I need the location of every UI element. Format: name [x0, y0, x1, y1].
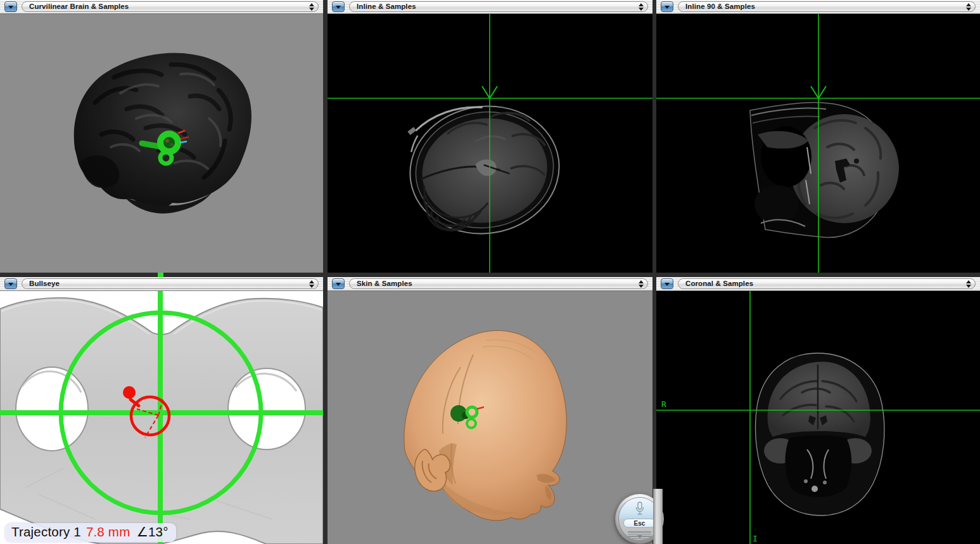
view-select-dropdown[interactable]: Skin & Samples [349, 278, 648, 289]
dropdown-arrow-icon [665, 6, 670, 9]
view-stepper[interactable] [637, 3, 646, 11]
coronal-mri-canvas: R I [656, 291, 980, 544]
view-menu-button[interactable] [332, 278, 345, 289]
coronal-slice [756, 353, 884, 515]
view-select-dropdown[interactable]: Coronal & Samples [678, 278, 976, 289]
brain-render-canvas [0, 14, 323, 273]
stepper-up-icon [639, 280, 644, 283]
viewport-titlebar: Coronal & Samples [656, 277, 980, 291]
view-menu-button[interactable] [4, 278, 17, 289]
stepper-down-icon [639, 8, 644, 11]
stepper-up-icon [966, 3, 971, 6]
view-menu-button[interactable] [661, 1, 673, 12]
esc-key-label: Esc [634, 520, 646, 527]
skin-3d-render[interactable] [328, 291, 652, 544]
view-menu-button[interactable] [661, 278, 673, 289]
view-select-dropdown[interactable]: Bullseye [22, 278, 319, 289]
orientation-label-right: R [661, 399, 666, 409]
view-stepper[interactable] [964, 280, 973, 288]
trajectory-depth: 7.8 mm [81, 524, 133, 539]
view-title: Coronal & Samples [685, 279, 964, 288]
view-stepper[interactable] [637, 280, 646, 288]
microphone-icon [635, 501, 645, 516]
dropdown-arrow-icon [336, 6, 341, 9]
viewport-titlebar: Inline & Samples [328, 0, 652, 14]
viewport-inline: Inline & Samples [328, 0, 652, 273]
trajectory-angle: ∠13° [132, 524, 168, 539]
stepper-up-icon [966, 280, 971, 283]
esc-key-button[interactable]: Esc [623, 519, 656, 528]
stepper-down-icon [966, 285, 971, 288]
dropdown-arrow-icon [8, 283, 13, 286]
inline-mri-view[interactable] [328, 14, 652, 273]
view-stepper[interactable] [307, 3, 316, 11]
dropdown-arrow-icon [336, 283, 341, 286]
view-menu-button[interactable] [4, 1, 17, 12]
trajectory-readout: Trajectory 17.8 mm∠13° [5, 523, 176, 542]
coronal-mri-view[interactable]: R I [656, 291, 980, 544]
viewport-inline-90: Inline 90 & Samples [656, 0, 980, 273]
view-menu-button[interactable] [332, 1, 345, 12]
viewport-titlebar: Skin & Samples [328, 277, 652, 291]
bullseye-crosshair-gap-segment [158, 273, 163, 277]
trajectory-name: Trajectory 1 [11, 524, 81, 539]
viewport-titlebar: Inline 90 & Samples [656, 0, 980, 14]
viewport-skin: Skin & Samples [328, 277, 652, 544]
inline-90-mri-canvas [656, 14, 980, 273]
orientation-label-inferior: I [753, 534, 758, 543]
stepper-down-icon [309, 285, 314, 288]
dropdown-arrow-icon [8, 6, 13, 9]
inline-mri-canvas [328, 14, 652, 273]
speech-widget-menu-arrow-icon[interactable] [637, 535, 642, 538]
dropdown-arrow-icon [665, 283, 670, 286]
bullseye-view[interactable]: Trajectory 17.8 mm∠13° [0, 291, 323, 544]
entry-point-dot[interactable] [123, 386, 136, 399]
viewport-bullseye: Bullseye [0, 277, 323, 544]
application-window: Curvilinear Brain & Samples [0, 0, 980, 544]
viewport-curvilinear-brain: Curvilinear Brain & Samples [0, 0, 323, 273]
viewport-coronal: Coronal & Samples [656, 277, 980, 544]
view-stepper[interactable] [307, 280, 316, 288]
inline-90-mri-view[interactable] [656, 14, 980, 273]
stepper-up-icon [639, 3, 644, 6]
view-title: Curvilinear Brain & Samples [29, 2, 307, 11]
bullseye-canvas [0, 291, 323, 544]
view-title: Bullseye [29, 279, 307, 288]
viewport-titlebar: Bullseye [0, 277, 323, 291]
stepper-down-icon [309, 8, 314, 11]
view-select-dropdown[interactable]: Inline & Samples [349, 1, 648, 12]
stepper-up-icon [309, 3, 314, 6]
stepper-down-icon [639, 285, 644, 288]
skin-render-canvas [328, 291, 652, 544]
view-title: Inline 90 & Samples [685, 2, 964, 11]
window-edge-strip [653, 489, 663, 544]
view-title: Skin & Samples [357, 279, 637, 288]
view-stepper[interactable] [964, 3, 973, 11]
brain-3d-render[interactable] [0, 14, 323, 273]
view-title: Inline & Samples [357, 2, 637, 11]
stepper-down-icon [966, 8, 971, 11]
stepper-up-icon [309, 280, 314, 283]
view-select-dropdown[interactable]: Inline 90 & Samples [678, 1, 976, 12]
viewport-titlebar: Curvilinear Brain & Samples [0, 0, 323, 14]
view-select-dropdown[interactable]: Curvilinear Brain & Samples [22, 1, 319, 12]
